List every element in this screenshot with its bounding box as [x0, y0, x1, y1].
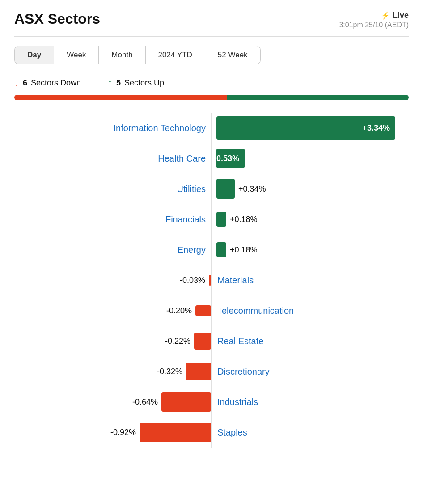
sector-name[interactable]: Real Estate [212, 336, 263, 346]
sectors-up-count: 5 [116, 78, 121, 88]
tab-month[interactable]: Month [99, 46, 145, 64]
positive-bar: +0.53% [216, 149, 245, 168]
positive-bar [216, 179, 235, 199]
negative-bar [161, 392, 211, 412]
sector-row: -0.03%Materials [14, 265, 409, 295]
down-arrow-icon: ↓ [14, 77, 19, 89]
sector-name[interactable]: Materials [212, 275, 254, 286]
negative-bar [140, 423, 211, 442]
tab-52week[interactable]: 52 Week [205, 46, 260, 64]
negative-bar [195, 305, 211, 316]
live-badge: ⚡ Live 3:01pm 25/10 (AEDT) [339, 11, 409, 29]
bar-value-label: +0.53% [212, 154, 239, 163]
sector-row: Financials+0.18% [14, 204, 409, 235]
sectors-down-label: Sectors Down [31, 78, 81, 88]
sector-row: -0.20%Telecommunication [14, 295, 409, 326]
sector-name[interactable]: Telecommunication [212, 306, 294, 316]
live-label: Live [393, 11, 409, 20]
tab-ytd[interactable]: 2024 YTD [146, 46, 205, 64]
bar-value-label: -0.92% [110, 428, 140, 437]
sector-name[interactable]: Information Technology [14, 123, 211, 133]
period-tabs: Day Week Month 2024 YTD 52 Week [14, 46, 261, 64]
sector-name[interactable]: Discretionary [212, 367, 270, 377]
sectors-summary: ↓ 6 Sectors Down ↑ 5 Sectors Up [14, 77, 409, 89]
bar-value-label: +3.34% [362, 124, 390, 133]
bar-value-label: +0.18% [230, 215, 258, 224]
overall-progress-bar [14, 95, 409, 100]
sector-row: Information Technology+3.34% [14, 113, 409, 143]
sector-row: Utilities+0.34% [14, 174, 409, 204]
sector-name[interactable]: Utilities [14, 184, 211, 194]
sectors-chart: Information Technology+3.34%Health Care+… [14, 113, 409, 448]
tab-day[interactable]: Day [15, 46, 54, 64]
bolt-icon: ⚡ [381, 11, 390, 20]
page-header: ASX Sectors ⚡ Live 3:01pm 25/10 (AEDT) [14, 11, 409, 29]
sector-name[interactable]: Financials [14, 214, 211, 225]
tab-week[interactable]: Week [54, 46, 99, 64]
bar-value-label: -0.22% [165, 337, 194, 346]
header-divider [14, 36, 409, 37]
positive-bar [216, 242, 226, 257]
sector-row: -0.92%Staples [14, 417, 409, 448]
sector-row: Health Care+0.53% [14, 143, 409, 174]
positive-bar: +3.34% [216, 116, 395, 140]
sector-row: -0.22%Real Estate [14, 326, 409, 356]
bar-value-label: -0.32% [157, 367, 186, 376]
bar-value-label: +0.18% [230, 245, 258, 255]
sector-name[interactable]: Health Care [14, 154, 211, 164]
progress-down-segment [14, 95, 227, 100]
bar-value-label: -0.03% [180, 276, 209, 285]
sector-row: Energy+0.18% [14, 235, 409, 265]
bar-value-label: -0.20% [166, 306, 195, 316]
sectors-up-label: Sectors Up [124, 78, 164, 88]
sectors-down-count: 6 [23, 78, 27, 88]
progress-up-segment [227, 95, 409, 100]
datetime-label: 3:01pm 25/10 (AEDT) [339, 21, 409, 29]
sectors-down-summary: ↓ 6 Sectors Down [14, 77, 81, 89]
positive-bar [216, 212, 226, 227]
up-arrow-icon: ↑ [108, 77, 113, 89]
page-title: ASX Sectors [14, 11, 100, 27]
sector-row: -0.32%Discretionary [14, 356, 409, 387]
negative-bar [194, 333, 211, 350]
bar-value-label: +0.34% [238, 184, 266, 194]
bar-value-label: -0.64% [132, 397, 161, 407]
sector-name[interactable]: Industrials [212, 397, 258, 407]
sector-row: -0.64%Industrials [14, 387, 409, 417]
sectors-up-summary: ↑ 5 Sectors Up [108, 77, 164, 89]
sector-name[interactable]: Energy [14, 245, 211, 255]
sector-name[interactable]: Staples [212, 427, 247, 438]
negative-bar [186, 363, 211, 380]
